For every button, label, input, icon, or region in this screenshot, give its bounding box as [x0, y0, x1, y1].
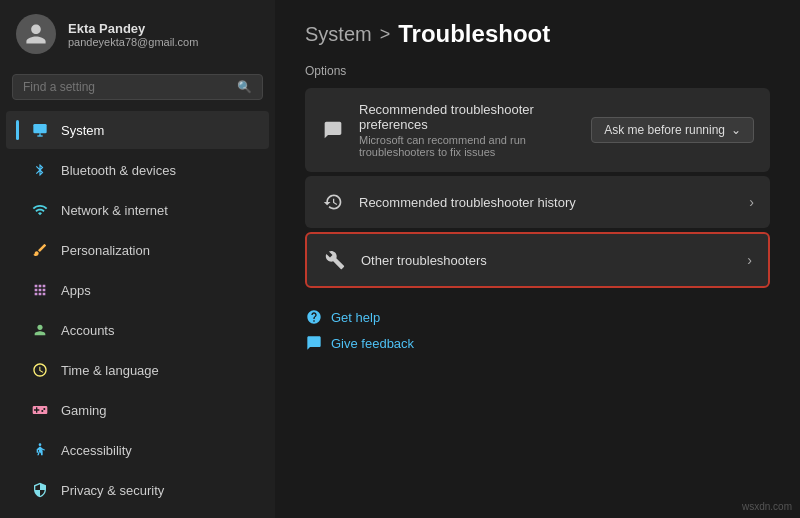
get-help-icon [305, 308, 323, 326]
option-desc-recommended-prefs: Microsoft can recommend and run troubles… [359, 134, 577, 158]
apps-icon [31, 281, 49, 299]
sidebar-item-bluetooth[interactable]: Bluetooth & devices [6, 151, 269, 189]
option-recommended-prefs[interactable]: Recommended troubleshooter preferences M… [305, 88, 770, 172]
user-section: Ekta Pandey pandeyekta78@gmail.com [0, 0, 275, 68]
chat-bubble-icon [321, 118, 345, 142]
give-feedback-label: Give feedback [331, 336, 414, 351]
sidebar-item-windows-update[interactable]: Windows Update [6, 511, 269, 518]
system-icon [31, 121, 49, 139]
bluetooth-icon [31, 161, 49, 179]
sidebar-item-label-system: System [61, 123, 104, 138]
search-container: 🔍 [0, 68, 275, 110]
breadcrumb-separator: > [380, 24, 391, 45]
option-text-history: Recommended troubleshooter history [359, 195, 735, 210]
breadcrumb-parent: System [305, 23, 372, 46]
gaming-icon [31, 401, 49, 419]
svg-point-3 [39, 443, 42, 446]
option-action-recommended-prefs: Ask me before running ⌄ [591, 117, 754, 143]
sidebar-item-label-time: Time & language [61, 363, 159, 378]
breadcrumb-current: Troubleshoot [398, 20, 550, 48]
sidebar-item-time[interactable]: Time & language [6, 351, 269, 389]
option-title-recommended-prefs: Recommended troubleshooter preferences [359, 102, 577, 132]
sidebar-item-label-network: Network & internet [61, 203, 168, 218]
sidebar-item-label-accessibility: Accessibility [61, 443, 132, 458]
search-box[interactable]: 🔍 [12, 74, 263, 100]
sidebar-item-gaming[interactable]: Gaming [6, 391, 269, 429]
option-text-other: Other troubleshooters [361, 253, 733, 268]
search-icon: 🔍 [237, 80, 252, 94]
get-help-label: Get help [331, 310, 380, 325]
sidebar-item-label-privacy: Privacy & security [61, 483, 164, 498]
user-info: Ekta Pandey pandeyekta78@gmail.com [68, 21, 198, 48]
option-action-history: › [749, 194, 754, 210]
accounts-icon [31, 321, 49, 339]
svg-rect-0 [33, 124, 46, 133]
option-action-other: › [747, 252, 752, 268]
watermark: wsxdn.com [742, 501, 792, 512]
dropdown-label: Ask me before running [604, 123, 725, 137]
sidebar: Ekta Pandey pandeyekta78@gmail.com 🔍 Sys… [0, 0, 275, 518]
network-icon [31, 201, 49, 219]
personalization-icon [31, 241, 49, 259]
chevron-right-icon-other: › [747, 252, 752, 268]
search-input[interactable] [23, 80, 229, 94]
breadcrumb: System > Troubleshoot [305, 20, 770, 48]
options-list: Recommended troubleshooter preferences M… [305, 88, 770, 288]
give-feedback-link[interactable]: Give feedback [305, 334, 770, 352]
sidebar-item-label-gaming: Gaming [61, 403, 107, 418]
sidebar-item-label-personalization: Personalization [61, 243, 150, 258]
wrench-icon [323, 248, 347, 272]
dropdown-chevron-icon: ⌄ [731, 123, 741, 137]
sidebar-item-accessibility[interactable]: Accessibility [6, 431, 269, 469]
option-recommended-history[interactable]: Recommended troubleshooter history › [305, 176, 770, 228]
get-help-link[interactable]: Get help [305, 308, 770, 326]
option-other-troubleshooters[interactable]: Other troubleshooters › [305, 232, 770, 288]
sidebar-item-label-apps: Apps [61, 283, 91, 298]
sidebar-item-accounts[interactable]: Accounts [6, 311, 269, 349]
option-title-history: Recommended troubleshooter history [359, 195, 735, 210]
sidebar-item-label-bluetooth: Bluetooth & devices [61, 163, 176, 178]
sidebar-item-apps[interactable]: Apps [6, 271, 269, 309]
option-text-recommended-prefs: Recommended troubleshooter preferences M… [359, 102, 577, 158]
user-icon [24, 22, 48, 46]
user-name: Ekta Pandey [68, 21, 198, 36]
history-icon [321, 190, 345, 214]
accessibility-icon [31, 441, 49, 459]
time-icon [31, 361, 49, 379]
section-label: Options [305, 64, 770, 78]
ask-before-running-dropdown[interactable]: Ask me before running ⌄ [591, 117, 754, 143]
links-section: Get help Give feedback [305, 308, 770, 352]
sidebar-item-network[interactable]: Network & internet [6, 191, 269, 229]
main-content: System > Troubleshoot Options Recommende… [275, 0, 800, 518]
option-title-other: Other troubleshooters [361, 253, 733, 268]
chevron-right-icon-history: › [749, 194, 754, 210]
sidebar-item-personalization[interactable]: Personalization [6, 231, 269, 269]
sidebar-item-system[interactable]: System [6, 111, 269, 149]
active-indicator [16, 120, 19, 140]
avatar [16, 14, 56, 54]
user-email: pandeyekta78@gmail.com [68, 36, 198, 48]
nav-list: System Bluetooth & devices Network & int… [0, 110, 275, 518]
sidebar-item-label-accounts: Accounts [61, 323, 114, 338]
sidebar-item-privacy[interactable]: Privacy & security [6, 471, 269, 509]
privacy-icon [31, 481, 49, 499]
give-feedback-icon [305, 334, 323, 352]
